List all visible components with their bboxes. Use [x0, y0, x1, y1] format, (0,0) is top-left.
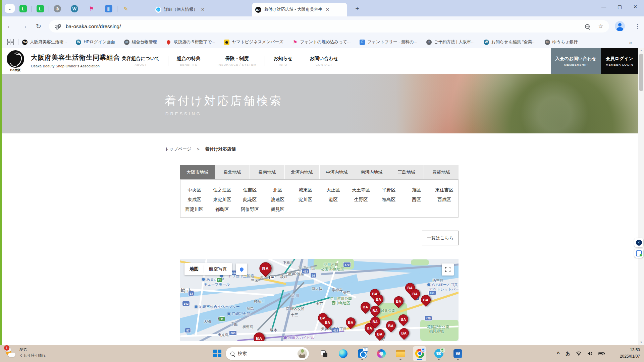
copilot-taskbar-button[interactable] [375, 346, 388, 361]
ward-link[interactable]: 港区 [319, 195, 347, 204]
nav-item[interactable]: お問い合わせCONTACT [301, 56, 346, 66]
ime-icon[interactable]: あ [566, 351, 570, 357]
region-tab[interactable]: 泉南地域 [250, 165, 284, 179]
site-brand[interactable]: 大阪府美容生活衛生同業組合 Osaka Beauty Shop Owner's … [31, 53, 120, 68]
search-highlight-image[interactable] [298, 349, 307, 358]
membership-button[interactable]: 入会のお問い合わせ MEMBERSHIP [551, 48, 601, 74]
region-tab[interactable]: 大阪市地域 [180, 165, 215, 179]
store-marker[interactable]: BA [251, 330, 267, 341]
chart-pinned-tab[interactable]: ||| [105, 5, 112, 12]
close-tab-icon[interactable]: ✕ [326, 7, 329, 12]
ward-link[interactable]: 住吉区 [236, 185, 264, 195]
address-bar[interactable]: ba-osaka.com/dressing/ ☆ [49, 20, 609, 33]
wordpress-pinned-tab[interactable]: W [71, 5, 78, 12]
ward-link[interactable]: 天王寺区 [347, 185, 375, 195]
ward-link[interactable]: 西区 [402, 195, 430, 204]
ward-link[interactable]: 西淀川区 [180, 204, 208, 214]
ward-link[interactable]: 阿倍野区 [236, 204, 264, 214]
nav-item[interactable]: 美容組合についてABOUT [113, 56, 168, 66]
region-tab[interactable]: 三島地域 [389, 165, 424, 179]
bookmark-star-icon[interactable]: ☆ [596, 21, 606, 32]
line-works-taskbar-button[interactable]: ☎ [432, 346, 445, 361]
bookmark-item[interactable]: Fフォントフリー - 無料の... [360, 39, 417, 45]
bookmark-item[interactable]: ⊕組合台帳管理 [124, 39, 157, 45]
browser-tab-active[interactable]: BA 着付け対応店舗 - 大阪府美容生 ✕ [252, 3, 347, 16]
forward-button[interactable]: → [19, 21, 29, 31]
ba-osaka-logo-icon[interactable] [7, 50, 24, 68]
bookmark-item[interactable]: BA大阪府美容生活衛... [22, 39, 67, 45]
ward-link[interactable]: 城東区 [291, 185, 319, 195]
bookmark-item[interactable]: ⚑フォントの埋め込みって... [292, 39, 351, 45]
nav-item[interactable]: 組合の特典BENEFITS [168, 56, 209, 66]
chrome-taskbar-button[interactable] [413, 346, 426, 361]
apps-grid-icon[interactable] [7, 39, 14, 46]
satellite-button[interactable]: 航空写真 [204, 263, 232, 275]
edge-taskbar-button[interactable] [336, 346, 350, 361]
profile-avatar[interactable] [615, 21, 625, 31]
maximize-button[interactable]: ▢ [618, 4, 622, 9]
ward-link[interactable]: 東住吉区 [430, 185, 458, 195]
bookmark-item[interactable]: Wお知らせを編集 “全美... [484, 39, 536, 45]
task-view-taskbar-button[interactable] [317, 346, 331, 361]
line-pinned-tab[interactable]: L [37, 5, 44, 12]
store-marker[interactable]: BA [384, 319, 398, 333]
ward-link[interactable]: 旭区 [402, 185, 430, 195]
back-button[interactable]: ← [5, 21, 14, 31]
start-button[interactable] [213, 350, 221, 358]
ward-link[interactable]: 鶴見区 [264, 204, 291, 214]
ward-link[interactable]: 淀川区 [291, 195, 319, 204]
widget-logo-button[interactable] [634, 249, 643, 258]
fullscreen-button[interactable] [442, 263, 454, 276]
word-taskbar-button[interactable]: W [451, 346, 465, 361]
wifi-icon[interactable] [576, 351, 582, 356]
browser-menu-icon[interactable]: ⋮ [633, 21, 642, 31]
ward-link[interactable]: 住之江区 [208, 185, 236, 195]
new-tab-button[interactable]: + [353, 4, 362, 13]
map-button[interactable]: 地図 [184, 263, 204, 275]
globe-pinned-tab[interactable]: ⊕ [54, 5, 61, 12]
bookmark-item[interactable]: ⊕ゆうちょ銀行 [545, 39, 578, 45]
region-tab[interactable]: 豊能地域 [424, 165, 459, 179]
store-marker[interactable]: BA [257, 260, 274, 277]
ward-link[interactable]: 大正区 [319, 185, 347, 195]
ward-link[interactable]: 此花区 [236, 195, 264, 204]
flag-pinned-tab[interactable]: ⚑ [88, 5, 95, 12]
line-pinned-tab[interactable]: L [19, 5, 27, 12]
taskbar-search[interactable]: 検索 [226, 347, 309, 360]
site-info-icon[interactable] [55, 24, 61, 29]
tab-search-button[interactable]: ⌄ [5, 4, 15, 13]
region-tab[interactable]: 南河内地域 [354, 165, 389, 179]
scroll-up-arrow[interactable]: ▲ [638, 48, 644, 53]
bookmark-item[interactable]: ヤマトビジネスメンバーズ [224, 39, 283, 45]
minimize-button[interactable]: — [601, 4, 606, 9]
ward-link[interactable]: 東成区 [180, 195, 208, 204]
region-tab[interactable]: 中河内地域 [320, 165, 354, 179]
ward-link[interactable]: 浪速区 [264, 195, 291, 204]
region-tab[interactable]: 泉北地域 [215, 165, 250, 179]
ward-link[interactable]: 福島区 [375, 195, 403, 204]
close-window-button[interactable]: ✕ [633, 4, 637, 9]
store-map[interactable]: 地図 航空写真 BABABABABABABABABABABABABABABABA… [180, 259, 459, 341]
hidden-icons-icon[interactable]: ^ [557, 351, 560, 356]
zoom-icon[interactable] [582, 21, 592, 32]
url-text[interactable]: ba-osaka.com/dressing/ [66, 23, 582, 29]
browser-tab[interactable]: 🌐 詳細（個人情報） ✕ [152, 3, 247, 16]
ward-link[interactable]: 東淀川区 [208, 195, 236, 204]
nav-item[interactable]: お知らせINFO [265, 56, 301, 66]
scrollbar-thumb[interactable] [639, 54, 643, 91]
widget-close-button[interactable]: ✕ [634, 238, 643, 247]
scroll-down-arrow[interactable]: ▼ [638, 340, 644, 345]
weather-widget[interactable]: 1 8°C くもり時々晴れ [5, 347, 46, 359]
ward-link[interactable]: 生野区 [347, 195, 375, 204]
ward-link[interactable]: 平野区 [375, 185, 403, 195]
close-tab-icon[interactable]: ✕ [201, 7, 205, 12]
battery-icon[interactable] [598, 352, 605, 356]
bookmarks-overflow-icon[interactable]: » [627, 38, 635, 46]
page-scrollbar[interactable]: ▲ ▼ [638, 48, 644, 345]
outlook-taskbar-button[interactable] [356, 346, 369, 361]
ward-link[interactable]: 中央区 [180, 185, 208, 195]
breadcrumb-home-link[interactable]: トップページ [165, 146, 192, 152]
ward-link[interactable]: 北区 [264, 185, 291, 195]
ward-link[interactable]: 都島区 [208, 204, 236, 214]
bookmark-item[interactable]: WHPログイン画面 [76, 39, 115, 45]
